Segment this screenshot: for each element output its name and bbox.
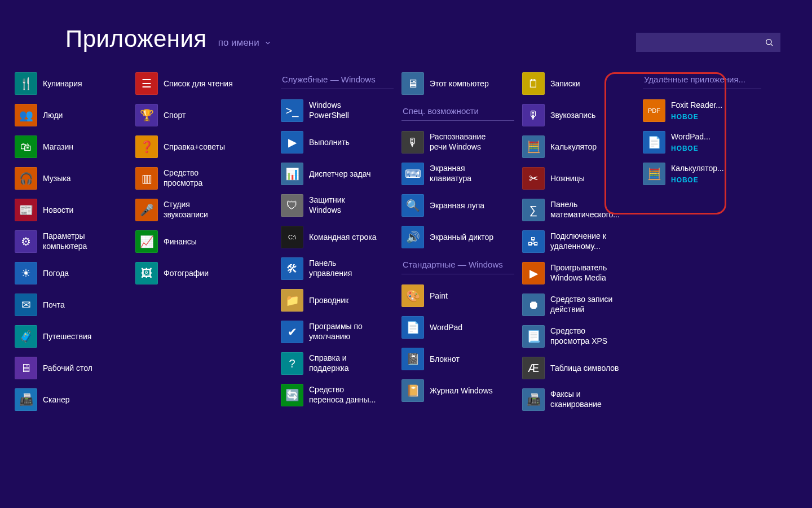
- app-tile[interactable]: 🖧Подключение кудаленному...: [522, 226, 635, 257]
- app-icon: ⏺: [522, 294, 545, 316]
- app-tile[interactable]: ☀Погода: [15, 257, 127, 289]
- app-label: Таблица символов: [550, 364, 619, 374]
- app-label: Экранная лупа: [430, 201, 484, 211]
- app-label: Список для чтения: [164, 79, 233, 89]
- app-label: Средство записи: [550, 295, 612, 305]
- app-tile[interactable]: 📁Проводник: [281, 284, 394, 316]
- app-tile[interactable]: ⏺Средство записидействий: [522, 289, 635, 321]
- new-badge: НОВОЕ: [671, 176, 724, 185]
- app-tile[interactable]: 📔Журнал Windows: [401, 375, 514, 406]
- app-label: Люди: [43, 111, 63, 121]
- app-tile[interactable]: 🖥Этот компьютер: [401, 68, 514, 99]
- app-tile[interactable]: 🛍Магазин: [15, 131, 127, 163]
- app-tile[interactable]: 🧮Калькулятор: [522, 131, 635, 163]
- app-label: Экранная: [430, 164, 471, 174]
- app-tile[interactable]: C:\Командная строка: [281, 221, 394, 253]
- app-tile[interactable]: ▶ПроигрывательWindows Media: [522, 257, 635, 289]
- app-label: WordPad...: [671, 132, 710, 142]
- app-tile[interactable]: 🛡ЗащитникWindows: [281, 190, 394, 221]
- app-label: Windows: [309, 205, 345, 216]
- app-tile[interactable]: ▥Средствопросмотра: [135, 163, 248, 194]
- app-tile[interactable]: 🗒Записки: [522, 68, 635, 99]
- app-tile[interactable]: 🖼Фотографии: [135, 257, 248, 289]
- app-tile[interactable]: 🔄Средствопереноса данны...: [281, 379, 394, 411]
- new-badge: НОВОЕ: [671, 113, 722, 121]
- app-label: Программы по: [309, 322, 363, 332]
- app-tile[interactable]: 🎨Paint: [401, 280, 514, 312]
- app-tile[interactable]: PDFFoxit Reader...НОВОЕ: [643, 95, 761, 126]
- app-tile[interactable]: ?Справка иподдержка: [281, 348, 394, 379]
- app-label: Foxit Reader...: [671, 100, 722, 111]
- app-tile[interactable]: ⚙Параметрыкомпьютера: [15, 226, 127, 257]
- app-icon: ⌨: [401, 163, 424, 185]
- app-icon: 🧮: [522, 135, 545, 158]
- app-icon: 📈: [135, 230, 158, 253]
- app-label: Звукозапись: [550, 111, 595, 121]
- app-label: Погода: [43, 269, 69, 279]
- app-tile[interactable]: 📄WordPad: [401, 312, 514, 343]
- apps-grid: 🍴Кулинария👥Люди🛍Магазин🎧Музыка📰Новости⚙П…: [15, 68, 801, 485]
- app-tile[interactable]: 🎤Студиязвукозаписи: [135, 194, 248, 226]
- app-tile[interactable]: 👥Люди: [15, 99, 127, 131]
- app-icon: ✔: [281, 321, 303, 343]
- new-badge: НОВОЕ: [671, 144, 710, 153]
- app-tile[interactable]: 📓Блокнот: [401, 343, 514, 375]
- group-header: Служебные — Windows: [281, 68, 394, 89]
- app-tile[interactable]: ∑Панельматематического...: [522, 194, 635, 226]
- app-icon: 🎙: [401, 131, 424, 154]
- app-label: клавиатура: [430, 174, 471, 184]
- app-label: Почта: [43, 300, 65, 310]
- app-tile[interactable]: ❓Справка+советы: [135, 131, 248, 163]
- app-icon: 🔄: [281, 384, 303, 406]
- app-tile[interactable]: 🎧Музыка: [15, 163, 127, 194]
- app-tile[interactable]: ⌨Экраннаяклавиатура: [401, 158, 514, 190]
- app-tile[interactable]: 📈Финансы: [135, 226, 248, 257]
- app-tile[interactable]: ✔Программы поумолчанию: [281, 316, 394, 348]
- app-tile[interactable]: 🎙Распознаваниеречи Windows: [401, 126, 514, 158]
- app-label: Подключение к: [550, 231, 606, 242]
- app-icon: 📔: [401, 379, 424, 402]
- app-tile[interactable]: >_WindowsPowerShell: [281, 95, 394, 126]
- app-tile[interactable]: ÆТаблица символов: [522, 352, 635, 384]
- app-tile[interactable]: 📰Новости: [15, 194, 127, 226]
- app-tile[interactable]: 🛠Панельуправления: [281, 253, 394, 284]
- app-tile[interactable]: 📠Сканер: [15, 384, 127, 415]
- app-label: Записки: [550, 79, 580, 89]
- app-tile[interactable]: ✉Почта: [15, 289, 127, 321]
- app-tile[interactable]: 🧮Калькулятор...НОВОЕ: [643, 158, 761, 190]
- search-input[interactable]: [636, 33, 780, 52]
- app-tile[interactable]: 🧳Путешествия: [15, 321, 127, 352]
- app-label: Этот компьютер: [430, 79, 489, 89]
- app-tile[interactable]: 🍴Кулинария: [15, 68, 127, 99]
- app-icon: 🏆: [135, 104, 158, 126]
- app-icon: ✂: [522, 167, 545, 190]
- app-icon: ▶: [281, 131, 303, 154]
- app-label: Путешествия: [43, 332, 91, 342]
- app-tile[interactable]: 🔍Экранная лупа: [401, 190, 514, 221]
- app-label: Справка+советы: [164, 142, 225, 152]
- app-tile[interactable]: ▶Выполнить: [281, 126, 394, 158]
- app-tile[interactable]: 📠Факсы исканирование: [522, 384, 635, 415]
- app-icon: 🔍: [401, 194, 424, 217]
- app-tile[interactable]: ✂Ножницы: [522, 163, 635, 194]
- app-icon: 🎧: [15, 167, 37, 190]
- app-tile[interactable]: 🖥Рабочий стол: [15, 352, 127, 384]
- app-label: Выполнить: [309, 138, 350, 148]
- app-tile[interactable]: ☰Список для чтения: [135, 68, 248, 99]
- app-tile[interactable]: 🔊Экранный диктор: [401, 221, 514, 253]
- app-icon: 🧮: [643, 163, 665, 185]
- app-tile[interactable]: 📊Диспетчер задач: [281, 158, 394, 190]
- app-tile[interactable]: 🎙Звукозапись: [522, 99, 635, 131]
- app-tile[interactable]: 📃Средствопросмотра XPS: [522, 321, 635, 352]
- app-tile[interactable]: 📄WordPad...НОВОЕ: [643, 126, 761, 158]
- app-label: Параметры: [43, 231, 87, 242]
- sort-dropdown[interactable]: по имени: [218, 37, 272, 51]
- app-label: Панель: [550, 200, 620, 210]
- app-icon: ⚙: [15, 230, 37, 253]
- app-icon: ?: [281, 352, 303, 375]
- app-icon: 🖼: [135, 262, 158, 284]
- app-label: переноса данны...: [309, 395, 376, 405]
- app-label: умолчанию: [309, 332, 363, 342]
- app-tile[interactable]: 🏆Спорт: [135, 99, 248, 131]
- app-icon: C:\: [281, 226, 303, 248]
